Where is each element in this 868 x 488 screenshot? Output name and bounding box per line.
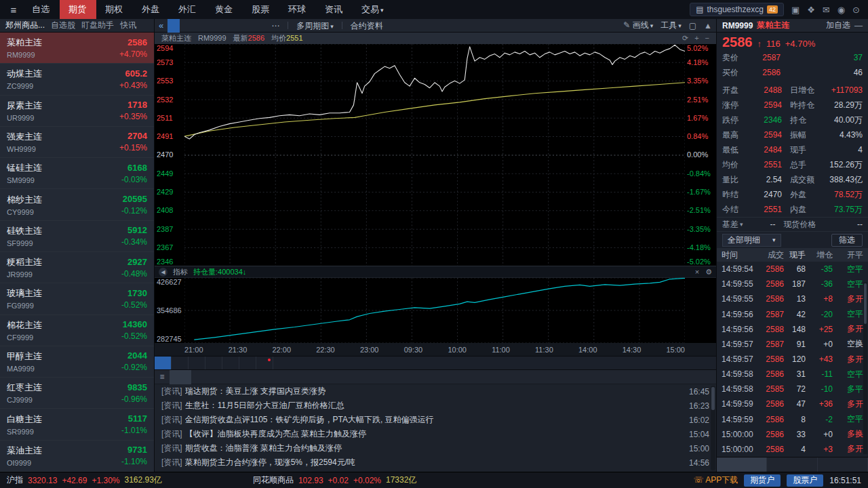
screen-share-icon[interactable]: ▣	[791, 5, 800, 15]
top-menu-item[interactable]: 外汇	[170, 0, 206, 19]
news-item[interactable]: [资讯] 瑞达期货：美豆上涨 支撑国内豆类涨势 16:45	[155, 384, 716, 399]
sidebar-header-tab[interactable]: 快讯	[120, 20, 136, 31]
market-selector[interactable]: 郑州商品...	[5, 20, 45, 31]
news-scrollbar[interactable]	[711, 386, 715, 470]
period-tab[interactable]	[253, 19, 265, 33]
news-tab[interactable]	[191, 370, 213, 384]
detail-bottom-tab[interactable]	[818, 458, 868, 472]
indicator-tab[interactable]	[155, 357, 172, 369]
watchlist-item[interactable]: 强麦主连 WH9999 2704 +0.15%	[0, 127, 154, 158]
top-menu-item[interactable]: 自选	[23, 0, 60, 19]
basis-label[interactable]: 基差	[722, 219, 738, 230]
hamburger-menu-icon[interactable]: ≡	[5, 4, 22, 16]
power-icon[interactable]: ⊙	[852, 5, 860, 15]
sidebar-header-tab[interactable]: 盯盘助手	[81, 20, 114, 31]
indicator-tab[interactable]	[222, 357, 239, 369]
period-tab[interactable]	[192, 19, 204, 33]
tick-row[interactable]: 14:59:59 2586 47 +36 多开	[722, 396, 863, 411]
watchlist-item[interactable]: 尿素主连 UR9999 1718 +0.35%	[0, 96, 154, 127]
indicator-tab[interactable]	[239, 357, 256, 369]
indicator-title[interactable]: 指标	[173, 267, 188, 277]
watchlist-item[interactable]: 动煤主连 ZC9999 605.2 +0.43%	[0, 64, 154, 95]
period-tab[interactable]	[241, 19, 253, 33]
watchlist-item[interactable]: 菜油主连 OI9999 9731 -1.10%	[0, 441, 154, 472]
more-periods-button[interactable]: ⋯	[265, 19, 285, 33]
tick-row[interactable]: 15:00:00 2586 4 +3 多开	[722, 442, 863, 457]
sidebar-header-tab[interactable]: 自选股	[51, 20, 75, 31]
add-to-watchlist-button[interactable]: 加自选	[826, 20, 850, 31]
detail-filter-dropdown[interactable]: 全部明细▾	[722, 234, 781, 247]
gear-icon[interactable]: ⚙	[705, 268, 712, 277]
news-item[interactable]: [资讯] 生意社：11月5日部分大豆油厂豆粕价格汇总 16:23	[155, 399, 716, 413]
draw-tool-button[interactable]: ✎ 画线▾	[623, 20, 653, 31]
zoom-in-icon[interactable]: +	[694, 34, 698, 43]
top-menu-item[interactable]: 资讯	[316, 0, 353, 19]
period-tab[interactable]	[229, 19, 241, 33]
indicator-tab[interactable]	[205, 357, 222, 369]
tick-row[interactable]: 14:59:58 2585 72 -10 多平	[722, 382, 863, 396]
news-tab[interactable]	[170, 370, 191, 384]
fullscreen-icon[interactable]: ▢	[689, 21, 696, 30]
tick-row[interactable]: 14:59:56 2588 148 +25 多开	[722, 322, 863, 337]
top-menu-item[interactable]: 环球	[279, 0, 316, 19]
top-menu-item[interactable]: 期权	[96, 0, 133, 19]
close-icon[interactable]: ×	[695, 268, 699, 276]
period-tab[interactable]	[216, 19, 229, 33]
watchlist-item[interactable]: 粳稻主连 JR9999 2927 -0.48%	[0, 252, 154, 283]
gift-icon[interactable]: ❖	[807, 5, 815, 15]
quote-scrollbar[interactable]	[863, 282, 867, 454]
notification-icon[interactable]: ◉	[837, 5, 845, 15]
news-item[interactable]: [资讯] 【收评】油脂板块再度成为亮点 菜粕主力触及涨停 15:04	[155, 427, 716, 441]
tick-row[interactable]: 14:59:55 2586 187 -36 空平	[722, 277, 863, 291]
user-account-chip[interactable]: ▤ thsguesthzexcg 42	[690, 3, 784, 16]
tick-row[interactable]: 14:59:58 2586 31 -11 空平	[722, 367, 863, 382]
period-tab[interactable]	[180, 19, 192, 33]
news-item[interactable]: [资讯] 菜粕期货主力合约涨停，现涨5%，报2594元/吨 14:56	[155, 455, 716, 470]
watchlist-item[interactable]: 硅铁主连 SF9999 5912 -0.34%	[0, 221, 154, 252]
indicator-collapse-icon[interactable]: ◀	[159, 268, 167, 277]
watchlist-item[interactable]: 白糖主连 SR9999 5117 -1.01%	[0, 409, 154, 440]
index-ticker-ths-commodity[interactable]: 同花顺商品 102.93 +0.02 +0.02% 17332亿	[253, 474, 417, 486]
news-item[interactable]: [资讯] 期货收盘：油脂普涨 菜粕主力合约触及涨停 15:00	[155, 441, 716, 455]
watchlist-item[interactable]: 棉纱主连 CY9999 20595 -0.12%	[0, 189, 154, 220]
top-menu-item[interactable]: 期货	[60, 0, 96, 19]
top-menu-item[interactable]: 黄金	[206, 0, 243, 19]
top-menu-item[interactable]: 交易▾	[353, 0, 393, 19]
stock-account-button[interactable]: 股票户	[787, 474, 823, 487]
tick-row[interactable]: 14:59:59 2586 8 -2 空平	[722, 412, 863, 427]
contract-info-button[interactable]: 合约资料	[344, 19, 389, 33]
tick-row[interactable]: 14:59:57 2587 91 +0 空换	[722, 337, 863, 352]
watchlist-item[interactable]: 锰硅主连 SM9999 6168 -0.03%	[0, 158, 154, 189]
detail-bottom-tab[interactable]	[717, 458, 767, 472]
zoom-out-icon[interactable]: −	[705, 34, 709, 43]
tick-row[interactable]: 14:59:55 2586 13 +8 多开	[722, 291, 863, 306]
price-plot-area[interactable]	[184, 44, 685, 266]
period-tab[interactable]	[167, 19, 180, 33]
watchlist-item[interactable]: 棉花主连 CF9999 14360 -0.52%	[0, 315, 154, 346]
refresh-icon[interactable]: ⟳	[682, 34, 688, 43]
indicator-tab[interactable]	[189, 357, 205, 369]
tick-row[interactable]: 15:00:00 2586 33 +0 多换	[722, 427, 863, 442]
tick-row[interactable]: 14:59:56 2587 42 -20 空平	[722, 306, 863, 321]
news-item[interactable]: [资讯] 菜粕期货主力合约触及涨停 14:55	[155, 470, 716, 472]
scrollbar-thumb[interactable]	[864, 283, 867, 324]
filter-button[interactable]: 筛选	[831, 234, 863, 247]
period-tab[interactable]	[204, 19, 216, 33]
scrollbar-thumb[interactable]	[711, 387, 715, 410]
news-collapse-icon[interactable]: ≡	[155, 372, 170, 382]
index-ticker-shanghai[interactable]: 沪指 3320.13 +42.69 +1.30% 3162.93亿	[7, 474, 162, 486]
app-download-link[interactable]: ☏ APP下载	[694, 474, 738, 486]
indicator-tab[interactable]	[256, 357, 273, 369]
watchlist-item[interactable]: 红枣主连 CJ9999 9835 -0.96%	[0, 378, 154, 409]
news-item[interactable]: [资讯] 金信期货收盘点评1105：铁矿先抑后扬，PTA大幅下跌, 豆粕偏强运行…	[155, 413, 716, 427]
tick-row[interactable]: 14:59:54 2586 68 -35 空平	[722, 262, 863, 277]
detail-bottom-tab[interactable]	[767, 458, 817, 472]
futures-account-button[interactable]: 期货户	[744, 474, 781, 487]
top-menu-item[interactable]: 外盘	[133, 0, 170, 19]
tick-row[interactable]: 14:59:57 2586 120 +43 多开	[722, 352, 863, 367]
collapse-icon[interactable]: ▲	[704, 21, 712, 30]
watchlist-item[interactable]: 甲醇主连 MA9999 2044 -0.92%	[0, 346, 154, 378]
back-icon[interactable]: «	[159, 20, 163, 30]
top-menu-item[interactable]: 股票	[243, 0, 279, 19]
indicator-tab[interactable]	[172, 357, 189, 369]
